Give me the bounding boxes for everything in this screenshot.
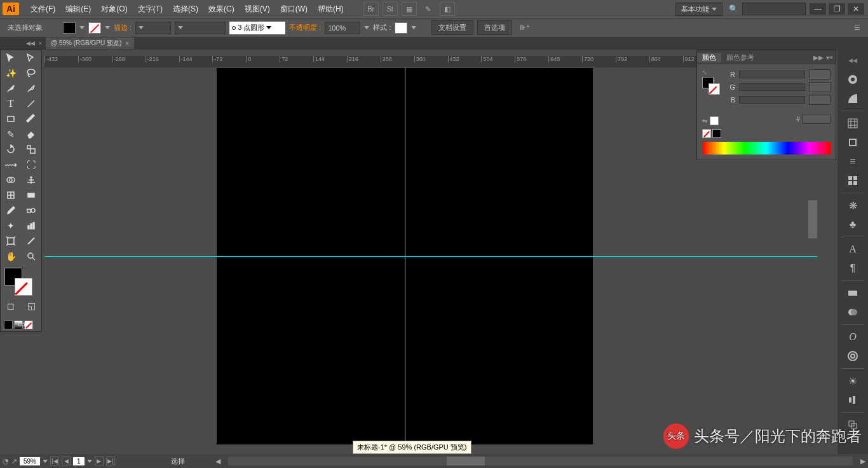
style-swatch[interactable] (395, 22, 407, 34)
style-dd-icon[interactable] (411, 26, 416, 29)
sb-scroll-left[interactable]: ◀ (215, 457, 220, 465)
menu-effect[interactable]: 效果(C) (203, 4, 240, 15)
mesh-tool[interactable] (1, 188, 21, 203)
options-menu-icon[interactable]: ☰ (854, 24, 860, 32)
sun-icon[interactable]: ☀ (843, 373, 863, 389)
clover-icon[interactable]: ♣ (843, 216, 863, 233)
paintbrush-tool[interactable] (21, 111, 41, 127)
workspace-switcher[interactable]: 基本功能 (675, 3, 722, 16)
eraser-tool[interactable] (21, 127, 41, 142)
close-tab-icon[interactable]: × (125, 40, 129, 47)
sb-export-icon[interactable]: ↗ (11, 457, 17, 465)
lasso-tool[interactable] (21, 65, 41, 81)
paragraph-panel-icon[interactable]: ¶ (843, 260, 863, 277)
doc-setup-button[interactable]: 文档设置 (431, 20, 473, 35)
fill-swatch[interactable] (63, 22, 76, 34)
last-artboard-btn[interactable]: ▶| (106, 457, 115, 465)
panel-collapse-icon[interactable]: ▶▶ (813, 54, 824, 61)
direct-selection-tool[interactable] (21, 50, 41, 65)
panel-menu-icon[interactable]: ▾≡ (826, 54, 833, 61)
pen-tool[interactable] (1, 81, 21, 96)
brush-definition[interactable]: 3 点圆形 (229, 22, 285, 34)
sb-cloud-icon[interactable]: ◔ (3, 457, 9, 465)
document-tab[interactable]: @ 59% (RGB/GPU 预览) × (46, 38, 134, 49)
next-artboard-btn[interactable]: ▶ (95, 457, 104, 465)
align-icon[interactable]: ⊪⁺ (520, 24, 530, 32)
stroke-dd-icon[interactable] (105, 26, 110, 29)
white-swatch[interactable] (710, 116, 719, 125)
swap-icon[interactable]: ⇆ (702, 118, 707, 125)
hex-input[interactable] (803, 114, 831, 124)
toolbox-close-icon[interactable]: × (39, 40, 42, 46)
free-transform-tool[interactable]: ⛶ (21, 157, 41, 172)
bridge-icon[interactable]: Br (363, 2, 379, 16)
guide-horizontal[interactable] (44, 256, 817, 257)
b-value[interactable] (809, 95, 831, 105)
color-tab[interactable]: 颜色 (697, 53, 721, 62)
rotate-tool[interactable] (1, 142, 21, 157)
graphic-styles-panel-icon[interactable]: ≡ (843, 153, 863, 170)
menu-select[interactable]: 选择(S) (168, 4, 203, 15)
symbol-sprayer-tool[interactable]: ✦ (1, 218, 21, 233)
vertical-scrollbar-thumb[interactable] (808, 200, 817, 238)
layers-panel-icon[interactable] (843, 172, 863, 189)
stock-icon[interactable]: St (383, 2, 398, 16)
artboard-number[interactable]: 1 (73, 457, 85, 465)
slice-tool[interactable] (21, 233, 41, 249)
fill-dd-icon[interactable] (79, 26, 85, 29)
fill-stroke-control[interactable] (1, 266, 41, 298)
line-tool[interactable] (21, 96, 41, 111)
h-scrollbar-thumb[interactable] (447, 457, 485, 465)
window-maximize[interactable]: ❐ (829, 3, 845, 15)
zoom-tool[interactable] (21, 249, 41, 264)
b-slider[interactable] (739, 96, 805, 104)
menu-view[interactable]: 视图(V) (240, 4, 275, 15)
stroke-box[interactable] (15, 278, 32, 296)
gradient-panel-icon[interactable] (843, 285, 863, 301)
cc-libraries-icon[interactable] (843, 348, 863, 364)
r-value[interactable] (809, 69, 831, 79)
color-spectrum[interactable] (702, 142, 831, 155)
first-artboard-btn[interactable]: |◀ (50, 457, 59, 465)
pencil-tool[interactable]: ✎ (1, 127, 21, 142)
drawing-mode-behind[interactable]: ◱ (21, 298, 41, 313)
prev-artboard-btn[interactable]: ◀ (62, 457, 71, 465)
menu-file[interactable]: 文件(F) (25, 4, 60, 15)
window-minimize[interactable]: — (810, 3, 826, 15)
opacity-dd-icon[interactable] (364, 26, 369, 29)
align-panel-icon[interactable] (843, 392, 863, 408)
character-panel-icon[interactable]: A (843, 241, 863, 258)
stroke-weight[interactable] (135, 22, 171, 34)
sb-scroll-right[interactable]: ▶ (860, 457, 865, 465)
magic-wand-tool[interactable]: ✨ (1, 65, 21, 81)
black-swatch[interactable] (712, 129, 721, 138)
type-tool[interactable]: T (1, 96, 21, 111)
menu-window[interactable]: 窗口(W) (275, 4, 313, 15)
rectangle-tool[interactable] (1, 111, 21, 127)
menu-edit[interactable]: 编辑(E) (60, 4, 96, 15)
brushes-panel-icon[interactable] (843, 90, 863, 107)
horizontal-scrollbar[interactable] (228, 457, 853, 465)
guide-vertical[interactable] (405, 67, 405, 454)
stroke-panel-icon[interactable] (843, 134, 863, 151)
g-value[interactable] (809, 82, 831, 92)
panel-fill-stroke[interactable] (702, 77, 720, 95)
zoom-dd-icon[interactable] (43, 460, 48, 463)
hand-tool[interactable]: ✋ (1, 249, 21, 264)
swap-fill-stroke-icon[interactable]: ⤡ (702, 69, 724, 76)
opacity-value[interactable]: 100% (325, 22, 360, 34)
column-graph-tool[interactable] (21, 218, 41, 233)
symbols-panel-icon[interactable] (843, 115, 863, 132)
screen-mode-button[interactable]: ▭ (1, 316, 41, 331)
gpu-icon[interactable]: ✎ (421, 2, 436, 16)
dock-expand-icon[interactable]: ◀◀ (843, 52, 863, 69)
blend-tool[interactable] (21, 203, 41, 218)
selection-tool[interactable] (1, 50, 21, 65)
artboard-tool[interactable] (1, 233, 21, 249)
artboard-dd-icon[interactable] (87, 460, 92, 463)
gradient-tool[interactable] (21, 188, 41, 203)
scale-tool[interactable] (21, 142, 41, 157)
menu-object[interactable]: 对象(O) (96, 4, 132, 15)
shape-builder-tool[interactable] (1, 172, 21, 188)
r-slider[interactable] (739, 71, 805, 78)
